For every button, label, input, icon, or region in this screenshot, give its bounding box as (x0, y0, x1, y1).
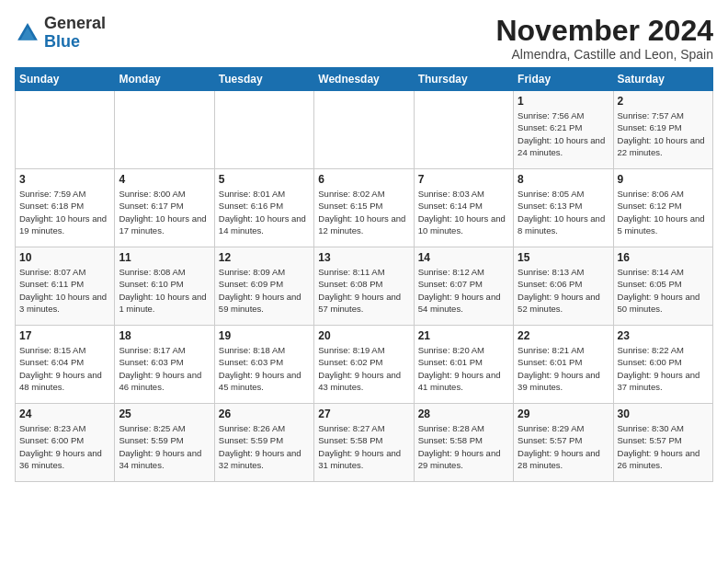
day-number: 14 (418, 251, 509, 264)
calendar-cell: 24Sunrise: 8:23 AM Sunset: 6:00 PM Dayli… (16, 404, 115, 482)
calendar-cell: 26Sunrise: 8:26 AM Sunset: 5:59 PM Dayli… (214, 404, 313, 482)
calendar-cell: 8Sunrise: 8:05 AM Sunset: 6:13 PM Daylig… (514, 169, 613, 247)
day-number: 21 (418, 329, 509, 342)
location-subtitle: Almendra, Castille and Leon, Spain (495, 47, 713, 62)
calendar-cell: 1Sunrise: 7:56 AM Sunset: 6:21 PM Daylig… (514, 91, 613, 169)
day-number: 2 (618, 95, 709, 108)
day-info: Sunrise: 8:25 AM Sunset: 5:59 PM Dayligh… (119, 422, 210, 471)
day-header-monday: Monday (115, 68, 214, 91)
day-info: Sunrise: 8:22 AM Sunset: 6:00 PM Dayligh… (618, 344, 709, 393)
day-info: Sunrise: 7:56 AM Sunset: 6:21 PM Dayligh… (518, 109, 609, 158)
calendar-cell: 25Sunrise: 8:25 AM Sunset: 5:59 PM Dayli… (115, 404, 214, 482)
day-info: Sunrise: 8:13 AM Sunset: 6:06 PM Dayligh… (518, 266, 609, 315)
day-info: Sunrise: 8:30 AM Sunset: 5:57 PM Dayligh… (618, 422, 709, 471)
day-info: Sunrise: 8:27 AM Sunset: 5:58 PM Dayligh… (318, 422, 409, 471)
day-info: Sunrise: 8:14 AM Sunset: 6:05 PM Dayligh… (618, 266, 709, 315)
calendar-cell (16, 91, 115, 169)
title-block: November 2024 Almendra, Castille and Leo… (495, 15, 713, 62)
day-info: Sunrise: 8:05 AM Sunset: 6:13 PM Dayligh… (518, 188, 609, 236)
day-number: 8 (518, 173, 609, 186)
day-number: 16 (618, 251, 709, 264)
calendar-cell: 21Sunrise: 8:20 AM Sunset: 6:01 PM Dayli… (414, 326, 513, 404)
day-info: Sunrise: 8:18 AM Sunset: 6:03 PM Dayligh… (219, 344, 310, 393)
calendar-cell: 18Sunrise: 8:17 AM Sunset: 6:03 PM Dayli… (115, 326, 214, 404)
calendar-cell: 28Sunrise: 8:28 AM Sunset: 5:58 PM Dayli… (414, 404, 513, 482)
calendar-cell: 4Sunrise: 8:00 AM Sunset: 6:17 PM Daylig… (115, 169, 214, 247)
day-info: Sunrise: 8:21 AM Sunset: 6:01 PM Dayligh… (518, 344, 609, 393)
calendar-cell: 11Sunrise: 8:08 AM Sunset: 6:10 PM Dayli… (115, 247, 214, 326)
day-info: Sunrise: 8:28 AM Sunset: 5:58 PM Dayligh… (418, 422, 509, 471)
day-info: Sunrise: 8:01 AM Sunset: 6:16 PM Dayligh… (219, 188, 310, 236)
day-number: 28 (418, 408, 509, 420)
calendar-cell: 10Sunrise: 8:07 AM Sunset: 6:11 PM Dayli… (16, 247, 115, 326)
day-number: 27 (318, 408, 409, 420)
calendar-week-row: 1Sunrise: 7:56 AM Sunset: 6:21 PM Daylig… (16, 91, 713, 169)
calendar-cell: 7Sunrise: 8:03 AM Sunset: 6:14 PM Daylig… (414, 169, 513, 247)
day-number: 17 (19, 329, 110, 342)
calendar-cell: 3Sunrise: 7:59 AM Sunset: 6:18 PM Daylig… (16, 169, 115, 247)
day-number: 10 (19, 251, 110, 264)
day-info: Sunrise: 8:11 AM Sunset: 6:08 PM Dayligh… (318, 266, 409, 315)
day-number: 1 (518, 95, 609, 108)
calendar-cell: 30Sunrise: 8:30 AM Sunset: 5:57 PM Dayli… (613, 404, 712, 482)
calendar-cell: 22Sunrise: 8:21 AM Sunset: 6:01 PM Dayli… (514, 326, 613, 404)
calendar-table: SundayMondayTuesdayWednesdayThursdayFrid… (15, 67, 713, 482)
day-info: Sunrise: 8:06 AM Sunset: 6:12 PM Dayligh… (618, 188, 709, 236)
calendar-cell (214, 91, 313, 169)
calendar-cell: 6Sunrise: 8:02 AM Sunset: 6:15 PM Daylig… (314, 169, 414, 247)
calendar-cell: 27Sunrise: 8:27 AM Sunset: 5:58 PM Dayli… (314, 404, 414, 482)
day-header-wednesday: Wednesday (314, 68, 414, 91)
day-info: Sunrise: 7:57 AM Sunset: 6:19 PM Dayligh… (618, 109, 709, 158)
day-header-tuesday: Tuesday (214, 68, 313, 91)
calendar-cell: 14Sunrise: 8:12 AM Sunset: 6:07 PM Dayli… (414, 247, 513, 326)
day-info: Sunrise: 8:03 AM Sunset: 6:14 PM Dayligh… (418, 188, 509, 236)
day-info: Sunrise: 8:17 AM Sunset: 6:03 PM Dayligh… (119, 344, 210, 393)
calendar-cell: 20Sunrise: 8:19 AM Sunset: 6:02 PM Dayli… (314, 326, 414, 404)
day-info: Sunrise: 8:29 AM Sunset: 5:57 PM Dayligh… (518, 422, 609, 471)
calendar-cell: 29Sunrise: 8:29 AM Sunset: 5:57 PM Dayli… (514, 404, 613, 482)
day-number: 3 (19, 173, 110, 186)
day-number: 25 (119, 408, 210, 420)
day-header-sunday: Sunday (16, 68, 115, 91)
day-number: 24 (19, 408, 110, 420)
day-number: 29 (518, 408, 609, 420)
day-info: Sunrise: 8:19 AM Sunset: 6:02 PM Dayligh… (318, 344, 409, 393)
day-info: Sunrise: 8:07 AM Sunset: 6:11 PM Dayligh… (19, 266, 110, 315)
day-number: 13 (318, 251, 409, 264)
calendar-week-row: 10Sunrise: 8:07 AM Sunset: 6:11 PM Dayli… (16, 247, 713, 326)
day-number: 15 (518, 251, 609, 264)
day-header-thursday: Thursday (414, 68, 513, 91)
day-number: 4 (119, 173, 210, 186)
day-number: 7 (418, 173, 509, 186)
logo: General Blue (15, 15, 106, 52)
day-info: Sunrise: 8:20 AM Sunset: 6:01 PM Dayligh… (418, 344, 509, 393)
calendar-cell: 9Sunrise: 8:06 AM Sunset: 6:12 PM Daylig… (613, 169, 712, 247)
calendar-cell: 19Sunrise: 8:18 AM Sunset: 6:03 PM Dayli… (214, 326, 313, 404)
header: General Blue November 2024 Almendra, Cas… (15, 15, 713, 62)
calendar-week-row: 24Sunrise: 8:23 AM Sunset: 6:00 PM Dayli… (16, 404, 713, 482)
calendar-cell: 5Sunrise: 8:01 AM Sunset: 6:16 PM Daylig… (214, 169, 313, 247)
calendar-cell: 23Sunrise: 8:22 AM Sunset: 6:00 PM Dayli… (613, 326, 712, 404)
logo-general-text: General (44, 14, 106, 32)
calendar-cell (115, 91, 214, 169)
day-info: Sunrise: 8:12 AM Sunset: 6:07 PM Dayligh… (418, 266, 509, 315)
day-number: 9 (618, 173, 709, 186)
day-info: Sunrise: 8:23 AM Sunset: 6:00 PM Dayligh… (19, 422, 110, 471)
day-header-friday: Friday (514, 68, 613, 91)
day-number: 19 (219, 329, 310, 342)
day-header-saturday: Saturday (613, 68, 712, 91)
day-number: 23 (618, 329, 709, 342)
month-title: November 2024 (495, 15, 713, 47)
day-number: 30 (618, 408, 709, 420)
calendar-week-row: 17Sunrise: 8:15 AM Sunset: 6:04 PM Dayli… (16, 326, 713, 404)
day-number: 11 (119, 251, 210, 264)
day-info: Sunrise: 8:26 AM Sunset: 5:59 PM Dayligh… (219, 422, 310, 471)
day-info: Sunrise: 8:02 AM Sunset: 6:15 PM Dayligh… (318, 188, 409, 236)
logo-blue-text: Blue (44, 32, 80, 51)
calendar-cell: 16Sunrise: 8:14 AM Sunset: 6:05 PM Dayli… (613, 247, 712, 326)
calendar-cell: 17Sunrise: 8:15 AM Sunset: 6:04 PM Dayli… (16, 326, 115, 404)
calendar-cell (314, 91, 414, 169)
day-number: 5 (219, 173, 310, 186)
calendar-week-row: 3Sunrise: 7:59 AM Sunset: 6:18 PM Daylig… (16, 169, 713, 247)
day-number: 20 (318, 329, 409, 342)
